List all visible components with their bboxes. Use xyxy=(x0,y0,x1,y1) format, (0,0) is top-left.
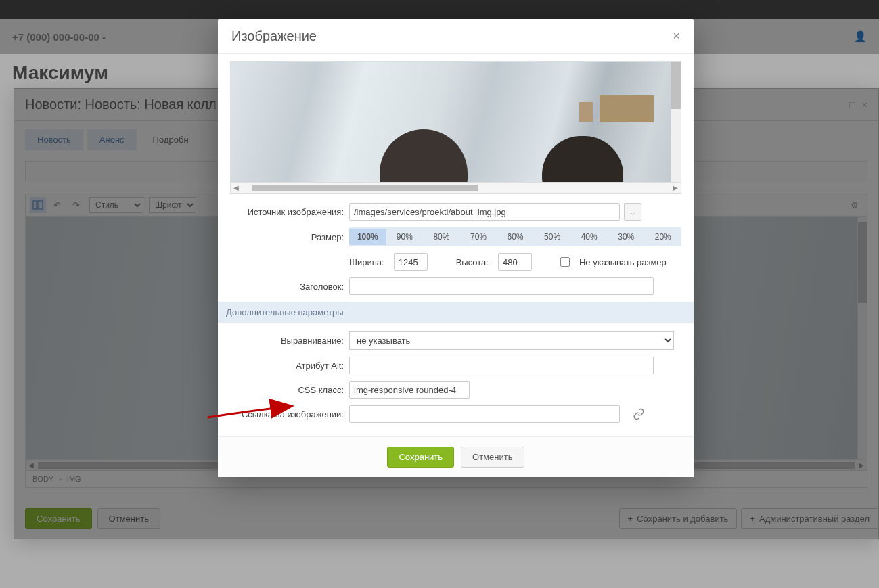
size-80[interactable]: 80% xyxy=(423,229,460,245)
size-20[interactable]: 20% xyxy=(645,229,682,245)
css-label: CSS класс: xyxy=(230,385,349,395)
preview-vertical-scrollbar[interactable] xyxy=(671,62,681,182)
align-select[interactable]: не указывать xyxy=(349,331,674,350)
nosize-label: Не указывать размер xyxy=(579,257,667,267)
size-50[interactable]: 50% xyxy=(534,229,571,245)
dialog-header: Изображение × xyxy=(218,19,694,54)
source-input[interactable] xyxy=(349,203,620,221)
close-icon[interactable]: × xyxy=(673,29,680,43)
image-preview xyxy=(230,61,681,183)
nosize-checkbox[interactable] xyxy=(560,257,570,267)
size-60[interactable]: 60% xyxy=(497,229,534,245)
size-strip: 100% 90% 80% 70% 60% 50% 40% 30% 20% xyxy=(349,227,681,246)
extra-params-header: Дополнительные параметры xyxy=(218,302,694,323)
size-90[interactable]: 90% xyxy=(386,229,424,245)
link-label: Ссылка на изображении: xyxy=(230,409,349,420)
image-dialog: Изображение × ◀▶ Источник изображения: .… xyxy=(218,19,694,477)
preview-horizontal-scrollbar[interactable]: ◀▶ xyxy=(230,183,681,194)
browse-button[interactable]: ... xyxy=(624,203,641,221)
link-input[interactable] xyxy=(349,405,620,423)
dialog-footer: Сохранить Отменить xyxy=(218,436,694,477)
dialog-form: Источник изображения: ... Размер: 100% 9… xyxy=(218,194,694,436)
source-label: Источник изображения: xyxy=(230,207,349,217)
dialog-save-button[interactable]: Сохранить xyxy=(387,447,454,468)
size-label: Размер: xyxy=(230,232,349,242)
size-30[interactable]: 30% xyxy=(608,229,645,245)
link-icon[interactable] xyxy=(631,406,647,422)
height-label: Высота: xyxy=(456,257,489,267)
size-100[interactable]: 100% xyxy=(349,229,386,245)
align-label: Выравнивание: xyxy=(230,336,349,346)
height-input[interactable] xyxy=(498,253,532,271)
width-input[interactable] xyxy=(394,253,428,271)
dialog-cancel-button[interactable]: Отменить xyxy=(461,447,524,468)
size-70[interactable]: 70% xyxy=(460,229,497,245)
dialog-title: Изображение xyxy=(231,28,317,44)
css-class-input[interactable] xyxy=(349,381,470,399)
alt-label: Атрибут Alt: xyxy=(230,361,349,371)
heading-label: Заголовок: xyxy=(230,281,349,292)
alt-input[interactable] xyxy=(349,357,654,374)
heading-input[interactable] xyxy=(349,277,654,295)
size-40[interactable]: 40% xyxy=(570,229,608,245)
width-label: Ширина: xyxy=(349,257,384,267)
